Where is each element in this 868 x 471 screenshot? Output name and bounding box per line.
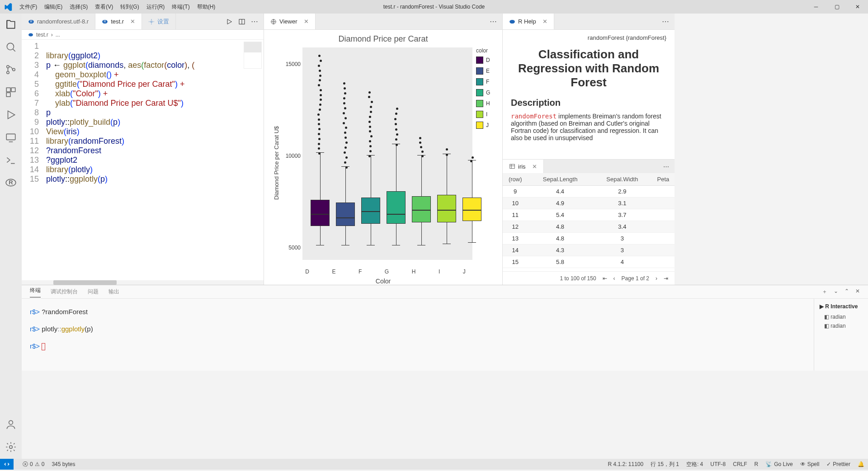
terminal[interactable]: r$> ?randomForest r$> plotly::ggplotly(p… bbox=[22, 299, 814, 371]
svg-point-3 bbox=[13, 68, 15, 71]
horizontal-scrollbar[interactable] bbox=[22, 280, 264, 285]
panel-tab-problems[interactable]: 问题 bbox=[88, 288, 99, 296]
account-icon[interactable] bbox=[5, 418, 17, 431]
status-r-version[interactable]: R 4.1.2: 11100 bbox=[608, 461, 643, 467]
data-table[interactable]: (row)Sepal.LengthSepal.WidthPeta 94.42.9… bbox=[503, 173, 675, 271]
svg-point-16 bbox=[151, 21, 152, 23]
pager-next-icon[interactable]: › bbox=[656, 275, 657, 282]
plot-xaxis: DEFGHIJ bbox=[294, 268, 477, 275]
status-problems[interactable]: ⓧ 0 ⚠ 0 bbox=[23, 461, 44, 468]
new-terminal-icon[interactable]: ＋ bbox=[822, 288, 827, 296]
editor-group-rhelp: R Help ✕ ⋯ randomForest {randomForest} C… bbox=[503, 14, 675, 285]
svg-point-2 bbox=[7, 71, 9, 74]
menu-view[interactable]: 查看(V) bbox=[91, 3, 117, 11]
tab-viewer[interactable]: Viewer ✕ bbox=[264, 14, 316, 29]
tab-close-icon[interactable]: ✕ bbox=[542, 18, 547, 25]
more-actions-icon[interactable]: ⋯ bbox=[490, 17, 497, 26]
vscode-logo-icon bbox=[0, 3, 16, 11]
svg-point-18 bbox=[28, 33, 33, 36]
maximize-button[interactable]: ▢ bbox=[826, 0, 847, 14]
minimize-button[interactable]: ─ bbox=[806, 0, 826, 14]
search-icon[interactable] bbox=[5, 41, 17, 53]
more-actions-icon[interactable]: ⋯ bbox=[251, 17, 258, 26]
r-icon[interactable]: R bbox=[5, 176, 17, 189]
plot-area[interactable] bbox=[302, 47, 472, 260]
data-viewer-panel: iris ✕ ⋯ (row)Sepal.LengthSepal.WidthPet… bbox=[503, 159, 675, 285]
svg-text:R: R bbox=[30, 20, 33, 23]
split-editor-icon[interactable] bbox=[238, 18, 245, 25]
run-button-icon[interactable] bbox=[226, 18, 233, 25]
menu-file[interactable]: 文件(F) bbox=[16, 3, 41, 11]
tab-close-icon[interactable]: ✕ bbox=[304, 18, 309, 25]
status-spell[interactable]: 👁 Spell bbox=[800, 461, 820, 467]
menu-terminal[interactable]: 终端(T) bbox=[168, 3, 193, 11]
terminal-group-title: ▶ R Interactive bbox=[820, 303, 863, 310]
maximize-panel-icon[interactable]: ⌃ bbox=[844, 288, 849, 296]
svg-rect-7 bbox=[6, 134, 15, 140]
menubar: 文件(F) 编辑(E) 选择(S) 查看(V) 转到(G) 运行(R) 终端(T… bbox=[16, 3, 219, 11]
remote-explorer-icon[interactable] bbox=[5, 131, 17, 144]
menu-help[interactable]: 帮助(H) bbox=[193, 3, 219, 11]
close-button[interactable]: ✕ bbox=[847, 0, 868, 14]
breadcrumb[interactable]: test.r › ... bbox=[22, 30, 264, 40]
source-control-icon[interactable] bbox=[5, 63, 17, 76]
status-bytes[interactable]: 345 bytes bbox=[52, 461, 75, 467]
status-cursor-pos[interactable]: 行 15，列 1 bbox=[651, 461, 679, 468]
tab-iris[interactable]: iris ✕ bbox=[503, 160, 544, 173]
panel-tab-output[interactable]: 输出 bbox=[108, 288, 119, 296]
panel-tabs: 终端 调试控制台 问题 输出 ＋ ⌄ ⌃ ✕ bbox=[22, 285, 868, 299]
terminal-dropdown-icon[interactable]: ⌄ bbox=[834, 288, 838, 296]
settings-gear-icon[interactable] bbox=[5, 441, 17, 453]
plot-legend: color DEFGHIJ bbox=[472, 47, 494, 278]
close-panel-icon[interactable]: ✕ bbox=[855, 288, 860, 296]
status-bar: ⓧ 0 ⚠ 0 345 bytes R 4.1.2: 11100 行 15，列 … bbox=[0, 459, 868, 470]
pager-last-icon[interactable]: ⇥ bbox=[664, 275, 668, 282]
terminal-side-list: ▶ R Interactive ◧ radian ◧ radian bbox=[814, 299, 868, 371]
more-actions-icon[interactable]: ⋯ bbox=[663, 163, 669, 170]
rhelp-h-description: Description bbox=[511, 98, 666, 108]
tab-randomforest[interactable]: R randomforest.utf-8.r bbox=[22, 14, 95, 29]
tab-label: R Help bbox=[518, 18, 536, 25]
tab-close-icon[interactable]: ✕ bbox=[130, 18, 135, 25]
tab-label: 设置 bbox=[157, 18, 169, 26]
tab-rhelp[interactable]: R Help ✕ bbox=[503, 14, 554, 29]
minimap[interactable] bbox=[244, 42, 262, 69]
status-prettier[interactable]: ✓ Prettier bbox=[826, 461, 850, 467]
terminal-session[interactable]: ◧ radian bbox=[820, 312, 863, 321]
panel-tab-debug-console[interactable]: 调试控制台 bbox=[51, 288, 78, 296]
status-indent[interactable]: 空格: 4 bbox=[686, 461, 703, 468]
terminal-side-icon[interactable] bbox=[5, 154, 17, 166]
pager-first-icon[interactable]: ⇤ bbox=[603, 275, 607, 282]
menu-goto[interactable]: 转到(G) bbox=[117, 3, 142, 11]
explorer-icon[interactable] bbox=[5, 18, 17, 31]
more-actions-icon[interactable]: ⋯ bbox=[662, 17, 669, 26]
pager-prev-icon[interactable]: ‹ bbox=[613, 275, 615, 282]
remote-indicator[interactable] bbox=[0, 459, 14, 470]
panel-tab-terminal[interactable]: 终端 bbox=[30, 287, 41, 297]
terminal-session[interactable]: ◧ radian bbox=[820, 321, 863, 330]
svg-point-11 bbox=[9, 446, 13, 449]
plot-xlabel: Color bbox=[264, 278, 502, 285]
tab-close-icon[interactable]: ✕ bbox=[532, 163, 537, 170]
breadcrumb-file: test.r bbox=[36, 32, 48, 38]
status-notifications-icon[interactable]: 🔔 bbox=[858, 461, 864, 467]
code-editor[interactable]: 123456789101112131415 library(ggplot2) p… bbox=[22, 40, 264, 280]
editor-tabs: R randomforest.utf-8.r R test.r ✕ 设置 bbox=[22, 14, 264, 30]
bottom-panel: 终端 调试控制台 问题 输出 ＋ ⌄ ⌃ ✕ r$> ?randomForest… bbox=[22, 285, 868, 371]
code-lines[interactable]: library(ggplot2) p ← ggplot(diamonds, ae… bbox=[46, 40, 264, 280]
tab-settings[interactable]: 设置 bbox=[142, 14, 176, 29]
menu-select[interactable]: 选择(S) bbox=[66, 3, 91, 11]
status-language[interactable]: R bbox=[755, 461, 759, 467]
menu-edit[interactable]: 编辑(E) bbox=[41, 3, 66, 11]
status-go-live[interactable]: 📡 Go Live bbox=[765, 461, 793, 467]
tab-testr[interactable]: R test.r ✕ bbox=[95, 14, 142, 29]
svg-text:R: R bbox=[9, 179, 13, 186]
run-debug-icon[interactable] bbox=[5, 108, 17, 121]
rhelp-body[interactable]: randomForest {randomForest} Classificati… bbox=[503, 30, 675, 159]
menu-run[interactable]: 运行(R) bbox=[143, 3, 169, 11]
rhelp-description: randomForest implements Breiman's random… bbox=[511, 113, 666, 141]
status-encoding[interactable]: UTF-8 bbox=[710, 461, 726, 467]
status-eol[interactable]: CRLF bbox=[733, 461, 747, 467]
extensions-icon[interactable] bbox=[5, 86, 17, 99]
svg-point-0 bbox=[7, 43, 14, 50]
